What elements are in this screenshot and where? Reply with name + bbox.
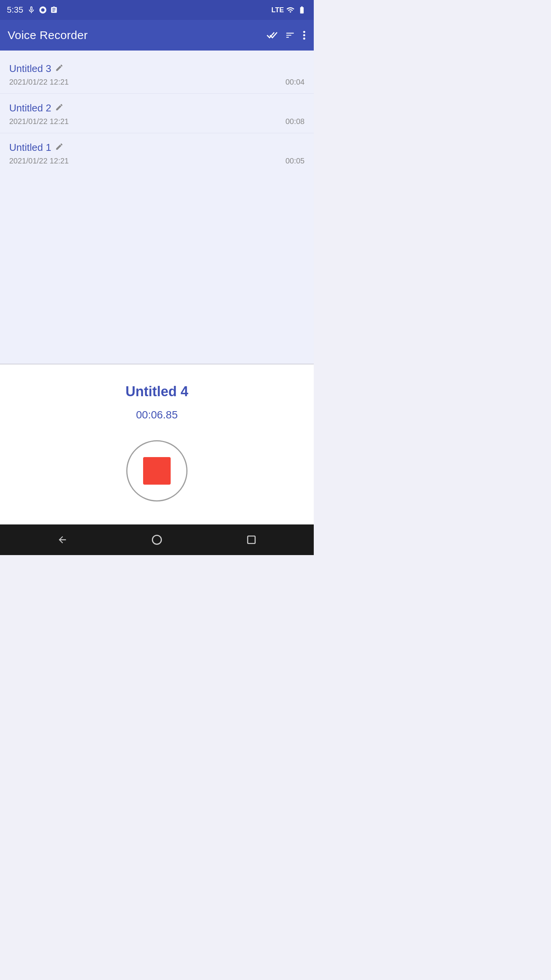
recording-date-2: 2021/01/22 12:21 — [9, 117, 69, 126]
select-all-button[interactable] — [266, 30, 278, 40]
recording-date-3: 2021/01/22 12:21 — [9, 78, 69, 87]
svg-point-4 — [303, 38, 305, 39]
status-icons-left — [27, 6, 58, 14]
status-left: 5:35 — [7, 5, 58, 15]
sort-button[interactable] — [285, 30, 295, 40]
recording-duration-2: 00:08 — [285, 117, 305, 126]
svg-point-2 — [303, 31, 305, 33]
svg-rect-6 — [248, 536, 255, 544]
app-bar-actions — [266, 30, 306, 40]
signal-icon — [286, 6, 295, 14]
recording-title-2: Untitled 2 — [9, 102, 51, 114]
recording-item-3[interactable]: Untitled 3 2021/01/22 12:21 00:04 — [0, 54, 314, 94]
svg-point-3 — [303, 34, 305, 36]
recording-duration-3: 00:04 — [285, 78, 305, 87]
recording-date-1: 2021/01/22 12:21 — [9, 157, 69, 165]
recording-title-3: Untitled 3 — [9, 63, 51, 75]
status-bar: 5:35 LTE — [0, 0, 314, 20]
recording-header-2: Untitled 2 — [9, 102, 305, 114]
more-options-button[interactable] — [302, 30, 306, 40]
app-bar-title: Voice Recorder — [8, 29, 88, 42]
stop-icon — [143, 457, 171, 485]
svg-point-5 — [152, 535, 161, 544]
back-button[interactable] — [51, 528, 74, 551]
recorder-title: Untitled 4 — [126, 384, 188, 400]
edit-icon-2[interactable] — [55, 103, 64, 113]
clipboard-icon — [50, 6, 58, 14]
status-icons-right: LTE — [271, 6, 307, 14]
lte-label: LTE — [271, 6, 284, 14]
status-time: 5:35 — [7, 5, 23, 15]
recording-item-1[interactable]: Untitled 1 2021/01/22 12:21 00:05 — [0, 133, 314, 172]
recording-title-1: Untitled 1 — [9, 142, 51, 154]
stop-button[interactable] — [126, 440, 187, 501]
recording-meta-2: 2021/01/22 12:21 00:08 — [9, 117, 305, 126]
app-icon — [39, 6, 47, 14]
recording-item-2[interactable]: Untitled 2 2021/01/22 12:21 00:08 — [0, 94, 314, 133]
battery-icon — [297, 6, 307, 14]
app-bar: Voice Recorder — [0, 20, 314, 51]
recording-header-1: Untitled 1 — [9, 142, 305, 154]
recents-button[interactable] — [240, 528, 263, 551]
recording-duration-1: 00:05 — [285, 157, 305, 165]
recording-header-3: Untitled 3 — [9, 63, 305, 75]
nav-bar — [0, 524, 314, 555]
edit-icon-1[interactable] — [55, 142, 64, 153]
home-button[interactable] — [145, 528, 168, 551]
recorder-time: 00:06.85 — [136, 409, 178, 421]
recording-meta-3: 2021/01/22 12:21 00:04 — [9, 78, 305, 87]
svg-point-1 — [41, 8, 44, 11]
microphone-icon — [27, 6, 36, 14]
recorder-panel: Untitled 4 00:06.85 — [0, 364, 314, 524]
recording-list: Untitled 3 2021/01/22 12:21 00:04 Untitl… — [0, 51, 314, 364]
edit-icon-3[interactable] — [55, 64, 64, 74]
recording-meta-1: 2021/01/22 12:21 00:05 — [9, 157, 305, 165]
